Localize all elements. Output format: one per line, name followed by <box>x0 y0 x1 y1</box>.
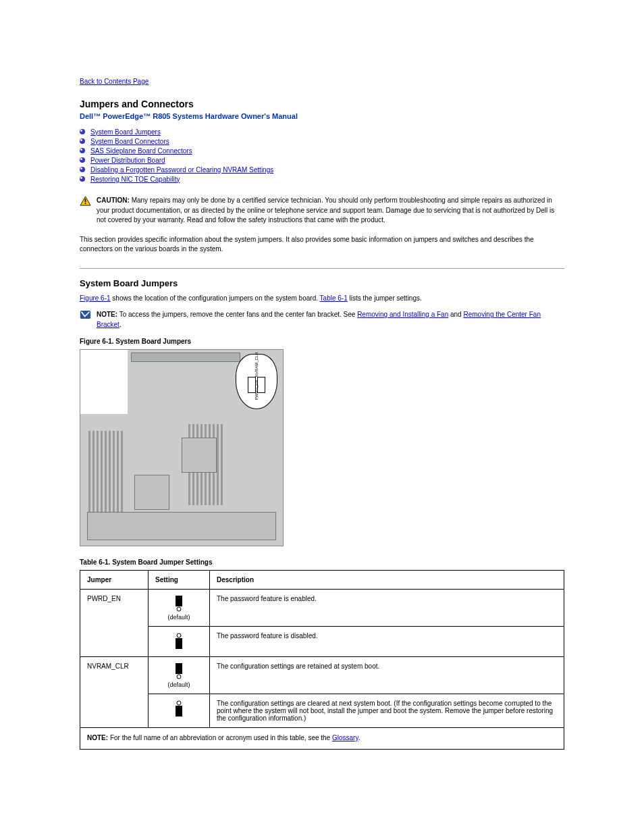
remove-fan-link[interactable]: Removing and Installing a Fan <box>357 311 448 318</box>
note-label: NOTE: <box>97 311 117 318</box>
intro-paragraph: This section provides specific informati… <box>80 235 564 255</box>
setting-cell: (default) <box>149 590 210 627</box>
glossary-link[interactable]: Glossary <box>332 734 358 741</box>
desc-cell: The password feature is disabled. <box>210 627 564 657</box>
bullet-icon <box>80 138 85 144</box>
section-divider <box>80 268 564 269</box>
jumper-settings-table: Jumper Setting Description PWRD_EN (defa… <box>80 570 564 750</box>
section-heading-jumpers: System Board Jumpers <box>80 278 564 288</box>
page-title: Jumpers and Connectors <box>80 99 564 109</box>
caution-icon <box>80 196 91 206</box>
svg-rect-1 <box>85 199 86 202</box>
back-to-contents-link[interactable]: Back to Contents Page <box>80 78 149 85</box>
system-board-figure: PWRD_EN NVRAM_CLR <box>80 349 284 546</box>
jumper-bottom-icon <box>175 700 183 717</box>
svg-point-5 <box>177 607 181 611</box>
bullet-icon <box>80 176 85 182</box>
note-icon <box>80 310 91 319</box>
toc-disabling-forgotten-password[interactable]: Disabling a Forgotten Password or Cleari… <box>90 166 273 174</box>
svg-point-10 <box>177 701 181 705</box>
setting-cell <box>149 694 210 728</box>
default-label: (default) <box>155 681 203 688</box>
table-row: PWRD_EN (default) The password feature i… <box>80 590 564 627</box>
table-caption: Table 6-1. System Board Jumper Settings <box>80 558 564 566</box>
bullet-icon <box>80 129 85 134</box>
table-6-1-link[interactable]: Table 6-1 <box>320 294 348 302</box>
toc-power-distribution-board[interactable]: Power Distribution Board <box>90 157 165 164</box>
jumper-top-icon <box>175 662 183 680</box>
svg-rect-4 <box>176 596 182 606</box>
desc-cell: The configuration settings are retained … <box>210 657 564 694</box>
setting-cell: (default) <box>149 657 210 694</box>
toc-sas-sideplane-board-connectors[interactable]: SAS Sideplane Board Connectors <box>90 147 192 155</box>
caution-text: Many repairs may only be done by a certi… <box>97 197 554 224</box>
col-description: Description <box>210 571 564 590</box>
jumper-pwrd-en: PWRD_EN <box>80 590 149 657</box>
bullet-icon <box>80 148 85 153</box>
col-jumper: Jumper <box>80 571 149 590</box>
table-of-contents: System Board Jumpers System Board Connec… <box>80 127 564 184</box>
figure-6-1-link[interactable]: Figure 6-1 <box>80 294 111 302</box>
col-setting: Setting <box>149 571 210 590</box>
table-header-row: Jumper Setting Description <box>80 571 564 590</box>
svg-point-6 <box>177 633 181 637</box>
jumper-top-icon <box>175 595 183 613</box>
footnote-label: NOTE: <box>87 734 108 741</box>
figure-ref-paragraph: Figure 6-1 shows the location of the con… <box>80 294 564 304</box>
bullet-icon <box>80 167 85 172</box>
caution-label: CAUTION: <box>97 197 130 204</box>
setting-cell <box>149 627 210 657</box>
table-row: The configuration settings are cleared a… <box>80 694 564 728</box>
toc-system-board-connectors[interactable]: System Board Connectors <box>90 138 169 145</box>
desc-cell: The password feature is enabled. <box>210 590 564 627</box>
note-block: NOTE: To access the jumpers, remove the … <box>80 310 564 330</box>
jumper-bottom-icon <box>175 632 183 650</box>
bullet-icon <box>80 157 85 163</box>
toc-system-board-jumpers[interactable]: System Board Jumpers <box>90 128 161 136</box>
svg-rect-11 <box>176 706 182 716</box>
desc-cell: The configuration settings are cleared a… <box>210 694 564 728</box>
svg-rect-2 <box>85 203 86 204</box>
svg-point-9 <box>177 675 181 679</box>
table-row: NVRAM_CLR (default) The configuration se… <box>80 657 564 694</box>
table-footnote-row: NOTE: For the full name of an abbreviati… <box>80 728 564 750</box>
table-row: The password feature is disabled. <box>80 627 564 657</box>
jumper-callout: PWRD_EN NVRAM_CLR <box>236 354 277 409</box>
toc-restoring-nic-toe[interactable]: Restoring NIC TOE Capability <box>90 176 180 183</box>
figure-caption: Figure 6-1. System Board Jumpers <box>80 338 564 345</box>
page-subtitle: Dell™ PowerEdge™ R805 Systems Hardware O… <box>80 112 564 120</box>
default-label: (default) <box>155 614 203 621</box>
jumper-nvram-clr: NVRAM_CLR <box>80 657 149 728</box>
svg-rect-8 <box>176 663 182 674</box>
caution-block: CAUTION: Many repairs may only be done b… <box>80 196 564 226</box>
svg-rect-7 <box>176 638 182 649</box>
